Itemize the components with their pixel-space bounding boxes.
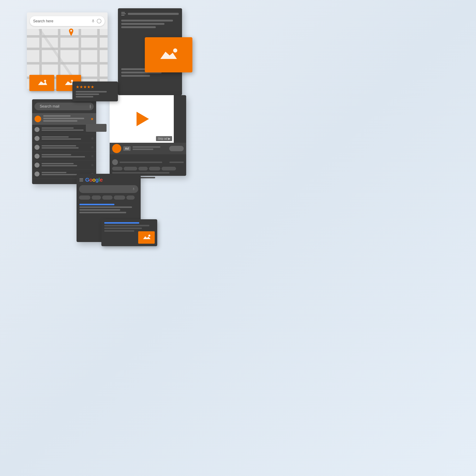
gmail-row-star-2[interactable]: ☆ bbox=[91, 136, 94, 140]
svg-marker-7 bbox=[143, 236, 151, 239]
map-search-input[interactable] bbox=[33, 19, 91, 23]
gmail-popup bbox=[86, 124, 106, 132]
gmail-search-bar[interactable] bbox=[34, 102, 94, 110]
gmail-search-button[interactable] bbox=[90, 104, 91, 109]
gmail-row-star-5[interactable]: ☆ bbox=[91, 163, 94, 167]
gmail-small-avatar-2 bbox=[34, 136, 39, 141]
google-btn-3[interactable] bbox=[102, 195, 113, 200]
gmail-row-3[interactable]: ☆ bbox=[32, 143, 96, 152]
ad-avatar bbox=[112, 144, 121, 153]
map-widget: ★★★★★ bbox=[27, 12, 108, 89]
map-dot-icon bbox=[97, 19, 101, 23]
google-btn-2[interactable] bbox=[92, 195, 101, 200]
play-button[interactable] bbox=[136, 112, 149, 126]
google-btn-4[interactable] bbox=[114, 195, 125, 200]
svg-point-2 bbox=[44, 80, 46, 82]
gmail-small-avatar-6 bbox=[34, 171, 39, 176]
video-tags bbox=[112, 167, 184, 170]
video-player[interactable]: Skip ad ▶ bbox=[110, 95, 174, 143]
google-search-bar[interactable] bbox=[79, 185, 138, 193]
map-search-bar[interactable] bbox=[30, 16, 105, 26]
content-widget-header bbox=[121, 12, 179, 16]
mic-icon bbox=[91, 19, 95, 23]
google-search-widget: Google bbox=[77, 174, 141, 242]
content-text-block-1 bbox=[121, 20, 179, 28]
gmail-small-avatar-3 bbox=[34, 145, 39, 150]
content-title-bar bbox=[128, 13, 179, 15]
menu-icon bbox=[121, 12, 126, 16]
gmail-small-avatar-1 bbox=[34, 127, 39, 132]
gmail-star-icon[interactable]: ★ bbox=[90, 117, 94, 121]
rating-stars: ★★★★★ bbox=[76, 85, 115, 89]
video-widget: Skip ad ▶ Ad bbox=[110, 95, 186, 176]
google-results bbox=[77, 202, 141, 216]
gmail-widget: ★ ☆ ☆ ☆ ☆ bbox=[32, 99, 96, 184]
video-channel-avatar bbox=[112, 159, 118, 165]
content-widget bbox=[118, 8, 182, 95]
svg-point-8 bbox=[148, 235, 150, 237]
skip-ad-button[interactable]: Skip ad ▶ bbox=[156, 136, 172, 141]
gmail-row-5[interactable]: ☆ bbox=[32, 161, 96, 170]
google-result-popup bbox=[101, 219, 157, 246]
map-rating-popup: ★★★★★ bbox=[72, 82, 118, 101]
google-result-image bbox=[138, 231, 155, 244]
gmail-small-avatar-5 bbox=[34, 163, 39, 168]
ad-badge: Ad bbox=[123, 146, 131, 151]
svg-point-6 bbox=[173, 48, 177, 52]
google-menu-icon bbox=[79, 178, 83, 181]
rating-bar-2 bbox=[76, 94, 99, 95]
gmail-avatar-highlighted bbox=[34, 116, 41, 122]
google-btn-5[interactable] bbox=[126, 195, 135, 200]
search-icon bbox=[37, 105, 38, 108]
rating-bar-3 bbox=[76, 96, 93, 97]
map-thumb-1[interactable] bbox=[29, 75, 54, 91]
gmail-row-star-3[interactable]: ☆ bbox=[91, 145, 94, 149]
google-logo: Google bbox=[85, 177, 102, 183]
google-btn-1[interactable] bbox=[79, 195, 90, 200]
google-header: Google bbox=[77, 174, 141, 185]
content-image-card bbox=[145, 37, 192, 72]
ad-cta-button[interactable] bbox=[169, 146, 184, 151]
rating-bar-1 bbox=[76, 91, 107, 92]
gmail-row-2[interactable]: ☆ bbox=[32, 134, 96, 143]
gmail-email-content bbox=[43, 115, 89, 123]
gmail-row-4[interactable]: ☆ bbox=[32, 152, 96, 161]
google-button-row bbox=[77, 195, 141, 202]
gmail-search-input[interactable] bbox=[40, 104, 88, 109]
map-pin bbox=[68, 29, 75, 36]
google-mic-icon bbox=[132, 187, 135, 191]
gmail-email-row-highlighted[interactable]: ★ bbox=[32, 113, 96, 125]
google-search-input[interactable] bbox=[82, 187, 132, 191]
svg-marker-5 bbox=[160, 52, 177, 59]
svg-marker-1 bbox=[38, 81, 47, 85]
gmail-small-avatar-4 bbox=[34, 154, 39, 159]
gmail-row-star-4[interactable]: ☆ bbox=[91, 154, 94, 158]
ad-row: Ad bbox=[110, 143, 186, 154]
